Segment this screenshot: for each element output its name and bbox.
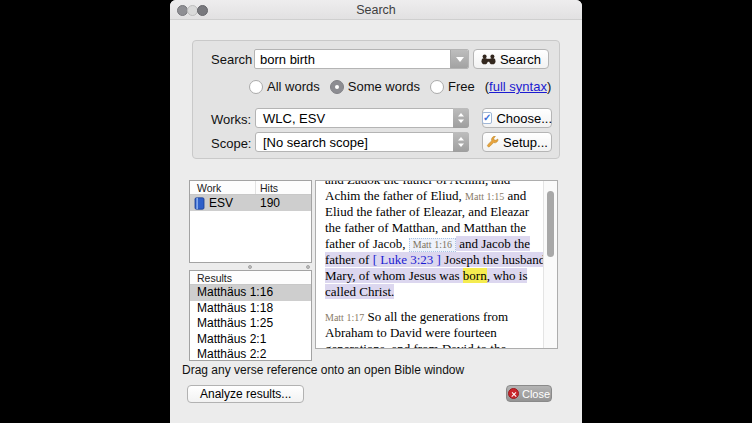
search-hit-word: born [463,268,487,283]
wrench-icon [486,136,499,149]
verse-ref[interactable]: Matt 1:17 [325,312,364,323]
radio-all-words[interactable]: All words [249,79,320,94]
works-popup[interactable]: WLC, ESV [255,108,469,128]
results-list: Results Matthäus 1:16 Matthäus 1:18 Matt… [189,270,312,361]
text-segment: the father of Matthan, and Matthan the [325,220,526,235]
text-segment: Achim the father of Eliud, [325,188,465,203]
full-syntax-link[interactable]: full syntax [489,79,547,94]
scope-popup[interactable]: [No search scope] [255,132,469,152]
scrollbar-thumb[interactable] [547,191,554,257]
verse-ref-selected[interactable]: Matt 1:16 [409,238,456,252]
chevron-down-icon[interactable] [450,50,468,68]
book-icon [194,197,205,210]
highlighted-verse-text: , who is [487,268,528,283]
list-item[interactable]: Matthäus 1:18 [190,301,311,317]
text-segment: and Zadok the father of Achim, and [325,180,510,187]
hits-table: Work Hits ESV 190 [189,180,312,263]
title-bar[interactable]: Search [170,0,582,20]
search-button-label: Search [500,52,541,67]
blank-line [325,300,543,309]
splitter-handle-icon[interactable] [248,265,252,269]
search-input-field[interactable] [254,49,469,69]
list-item[interactable]: Matthäus 2:1 [190,332,311,348]
search-dialog: Search Search for: Search [170,0,582,423]
works-popup-value: WLC, ESV [256,111,453,126]
close-button-label: Close [522,388,550,400]
search-options-group: Search for: Search A [192,40,560,159]
window-title: Search [170,3,582,17]
splitter-handle-icon[interactable] [306,265,310,269]
full-syntax-wrap: (full syntax) [485,79,552,94]
radio-some-words[interactable]: Some words [330,79,420,94]
hits-table-header[interactable]: Work Hits [190,181,311,195]
bible-text: and Zadok the father of Achim, and Achim… [325,180,543,349]
list-item[interactable]: Matthäus 2:2 [190,347,311,363]
match-options: All words Some words Free (full syntax) [249,79,551,94]
radio-some-words-label: Some words [348,79,420,94]
highlighted-verse-text: Joseph the husband of [441,252,543,267]
setup-button[interactable]: Setup... [482,132,552,152]
verse-ref[interactable]: Matt 1:15 [465,191,504,202]
results-header[interactable]: Results [190,271,311,285]
red-x-circle-icon [508,388,519,399]
binoculars-icon [481,54,496,65]
radio-free[interactable]: Free [430,79,475,94]
hits-column-header[interactable]: Hits [260,182,278,194]
works-label: Works: [211,112,251,127]
vertical-scrollbar[interactable] [543,181,557,348]
choose-button-label: Choose... [496,111,552,126]
highlighted-verse-text: Mary, of whom Jesus was [325,268,463,283]
choose-button[interactable]: ✓ Choose... [482,108,552,128]
radio-circle-selected-icon[interactable] [330,80,344,94]
text-segment: generations, and from David to the [325,341,506,349]
list-item[interactable]: Matthäus 1:16 [190,285,311,301]
radio-circle-icon[interactable] [430,80,444,94]
analyze-results-label: Analyze results... [200,387,291,401]
radio-free-label: Free [448,79,475,94]
highlighted-verse-text: and Jacob the [456,236,530,251]
scope-label: Scope: [211,136,251,151]
pane-splitter[interactable] [189,263,312,270]
scope-popup-value: [No search scope] [256,135,453,150]
text-segment: Abraham to David were fourteen [325,325,497,340]
column-divider [255,181,256,194]
work-name: ESV [209,196,233,210]
setup-button-label: Setup... [503,135,548,150]
up-down-stepper-icon[interactable] [453,132,469,152]
table-row[interactable]: ESV 190 [190,195,311,211]
close-button[interactable]: Close [506,385,552,402]
cross-reference-link[interactable]: [ Luke 3:23 ] [373,252,441,267]
checked-checkbox-icon: ✓ [482,112,492,124]
hits-count: 190 [260,196,280,210]
search-button[interactable]: Search [473,49,549,69]
highlighted-verse-text: called Christ. [325,284,394,299]
up-down-stepper-icon[interactable] [453,108,469,128]
analyze-results-button[interactable]: Analyze results... [187,385,304,403]
text-segment: So all the generations from [364,309,508,324]
work-column-header[interactable]: Work [197,182,221,194]
radio-circle-icon[interactable] [249,80,263,94]
text-segment: and [504,188,526,203]
results-header-label: Results [197,272,232,284]
highlighted-verse-text: father of [325,252,373,267]
drag-hint-text: Drag any verse reference onto an open Bi… [182,363,464,377]
radio-all-words-label: All words [267,79,320,94]
list-item[interactable]: Matthäus 1:25 [190,316,311,332]
bible-text-pane[interactable]: and Zadok the father of Achim, and Achim… [315,180,558,349]
text-segment: Eliud the father of Eleazar, and Eleazar [325,204,529,219]
search-input[interactable] [255,52,450,67]
text-segment: father of Jacob, [325,236,409,251]
paren-close: ) [547,79,551,94]
